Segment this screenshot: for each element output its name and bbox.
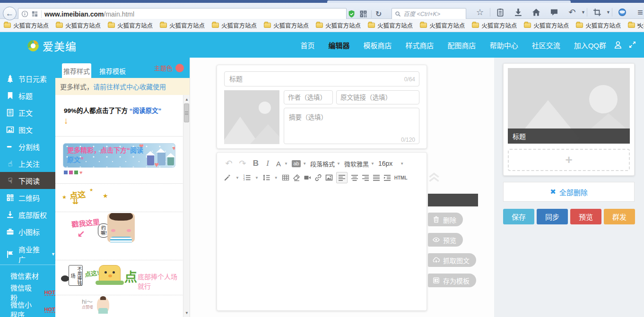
nav-item-模板商店[interactable]: 模板商店 — [364, 40, 392, 50]
undo-history-icon[interactable]: ↶ — [565, 6, 579, 18]
library-icon[interactable] — [493, 6, 507, 18]
publish-群发[interactable]: 群发 — [604, 209, 635, 224]
cover-image-placeholder[interactable] — [224, 90, 279, 144]
bookmark-item[interactable]: 火狐官方站点 — [56, 21, 101, 30]
sidebar-item-微信吸粉[interactable]: 微信吸粉HOT — [0, 284, 55, 301]
home-icon[interactable] — [529, 6, 543, 18]
bookmark-item[interactable]: 火狐官方站点 — [316, 21, 361, 30]
bold-button[interactable]: B — [251, 159, 261, 168]
nav-item-帮助中心[interactable]: 帮助中心 — [490, 40, 518, 50]
publish-同步[interactable]: 同步 — [537, 209, 568, 224]
indent-icon[interactable] — [383, 174, 391, 181]
highlight-button[interactable]: ab — [292, 160, 301, 167]
style-item-winter-banner[interactable]: ♥ ♥ ♥ 更多精彩，点击下方“阅读原文” ♥ — [55, 137, 183, 184]
shield-icon[interactable] — [348, 10, 356, 18]
sidebar-item-微信素材[interactable]: 微信素材 — [0, 267, 55, 284]
action-预览[interactable]: 预览 — [428, 233, 463, 247]
back-button[interactable]: ← — [3, 7, 17, 20]
fullscreen-icon[interactable] — [628, 41, 636, 49]
font-size-select[interactable]: 16px — [378, 160, 392, 167]
article-thumbnail[interactable]: 标题 — [508, 68, 630, 144]
reload-icon[interactable]: ↻ — [375, 9, 382, 18]
chevron-down-icon[interactable]: ▼ — [581, 10, 586, 15]
chat-extension-icon[interactable] — [547, 6, 561, 18]
site-identity-icon[interactable] — [31, 10, 38, 17]
nav-item-编辑器[interactable]: 编辑器 — [329, 40, 350, 50]
author-input[interactable] — [284, 90, 333, 104]
nav-item-首页[interactable]: 首页 — [301, 40, 315, 50]
sidebar-item-分割线[interactable]: 分割线 — [0, 138, 55, 155]
screenshot-crop-icon[interactable] — [590, 6, 604, 18]
align-left-icon[interactable] — [336, 172, 348, 183]
bookmark-item[interactable]: 火狐官方站点 — [4, 21, 49, 30]
downloads-icon[interactable] — [511, 6, 525, 18]
sidebar-item-二维码[interactable]: 二维码 — [0, 189, 55, 206]
style-item-read-more[interactable]: 99%的人都点击了下方 “阅读原文” ↓ — [55, 95, 183, 137]
ordered-list-icon[interactable]: 123 — [243, 174, 251, 181]
bookmark-item[interactable]: 火狐官方站点 — [212, 21, 257, 30]
bookmark-item[interactable]: 火狐官方站点 — [108, 21, 153, 30]
publish-预览[interactable]: 预览 — [570, 209, 601, 224]
align-justify-icon[interactable] — [373, 174, 380, 181]
font-family-select[interactable]: 微软雅黑 — [344, 159, 369, 168]
style-item-cat-sticker[interactable]: 不用捧钱场 点这! 点底部捧个人场就行 — [55, 260, 183, 295]
html-source-button[interactable]: HTML — [394, 175, 408, 180]
title-input[interactable] — [224, 71, 419, 86]
bookmark-item[interactable]: 火狐官方站点 — [524, 21, 569, 30]
bookmark-star-icon[interactable]: ☆ — [473, 6, 487, 18]
source-link-input[interactable] — [336, 90, 419, 104]
add-article-button[interactable]: + — [508, 149, 630, 171]
scroll-up-icon[interactable]: ▲ — [183, 96, 190, 103]
style-item-photo-sticker[interactable]: 戳我这里↙ 约嘛! — [55, 212, 183, 260]
search-box[interactable] — [392, 8, 466, 20]
paragraph-format-select[interactable]: 段落格式 — [310, 159, 335, 168]
bookmark-item[interactable]: 火狐官方站点 — [472, 21, 517, 30]
sidebar-item-下阅读[interactable]: ☟下阅读 — [0, 172, 55, 189]
action-删除[interactable]: 删除 — [428, 213, 463, 226]
user-icon[interactable] — [614, 41, 622, 49]
tab-recommended-styles[interactable]: 推荐样式 — [62, 63, 91, 78]
italic-button[interactable]: I — [264, 159, 271, 168]
redo-icon[interactable]: ↷ — [237, 158, 248, 169]
scrollbar-thumb[interactable] — [184, 103, 189, 122]
publish-保存[interactable]: 保存 — [503, 209, 534, 224]
info-icon[interactable] — [21, 10, 28, 17]
sidebar-item-正文[interactable]: 正文 — [0, 104, 55, 121]
style-item-hi-sticker[interactable]: hi～点赞喽 — [55, 295, 183, 317]
extension-ball-icon[interactable] — [615, 6, 629, 18]
align-right-icon[interactable] — [362, 174, 369, 181]
action-抓取图文[interactable]: 抓取图文 — [428, 253, 476, 267]
tab-recommended-templates[interactable]: 推荐模板 — [98, 64, 127, 78]
format-brush-icon[interactable] — [224, 174, 231, 181]
bookmark-item[interactable]: 火狐官方站点 — [368, 21, 413, 30]
sidebar-item-小图标[interactable]: 小图标 — [0, 223, 55, 240]
style-center-link[interactable]: 请前往样式中心收藏使用 — [93, 82, 166, 91]
table-icon[interactable] — [282, 174, 289, 181]
undo-icon[interactable]: ↶ — [224, 158, 234, 169]
nav-item-加入QQ群[interactable]: 加入QQ群 — [574, 40, 606, 50]
bookmark-item[interactable]: 火狐官方站点 — [264, 21, 309, 30]
sidebar-item-微信小程序[interactable]: 微信小程序HOT — [0, 301, 55, 317]
bookmark-item[interactable]: 火狐官方站点 — [576, 21, 621, 30]
summary-textarea[interactable] — [284, 108, 419, 144]
url-bar[interactable]: www.imeibian.com/main.html — [18, 8, 347, 20]
nav-item-配图商店[interactable]: 配图商店 — [448, 40, 476, 50]
video-icon[interactable] — [304, 174, 311, 181]
qrcode-extension-icon[interactable] — [359, 10, 367, 18]
theme-color-swatch[interactable] — [175, 64, 184, 72]
bookmark-item[interactable]: 火狐官方站点 — [160, 21, 205, 30]
bookmark-item[interactable]: 火狐官方站点 — [628, 21, 644, 30]
url-text[interactable]: www.imeibian.com/main.html — [44, 10, 134, 18]
link-icon[interactable] — [314, 174, 322, 181]
delete-all-button[interactable]: ✖ 全部删除 — [503, 182, 635, 202]
article-card[interactable]: 标题 + — [503, 63, 635, 176]
sidebar-item-商业推广[interactable]: 商业推广▼ — [0, 246, 55, 263]
sidebar-item-标题[interactable]: 标题 — [0, 87, 55, 104]
nav-item-社区交流[interactable]: 社区交流 — [532, 40, 560, 50]
line-spacing-icon[interactable] — [262, 174, 270, 181]
nav-item-样式商店[interactable]: 样式商店 — [406, 40, 434, 50]
style-item-gold-sparkle[interactable]: ★点这★★ ⇊ — [55, 184, 183, 212]
sidebar-item-底部版权[interactable]: 底部版权 — [0, 206, 55, 223]
insert-image-icon[interactable] — [325, 174, 333, 181]
search-input[interactable] — [403, 11, 455, 17]
